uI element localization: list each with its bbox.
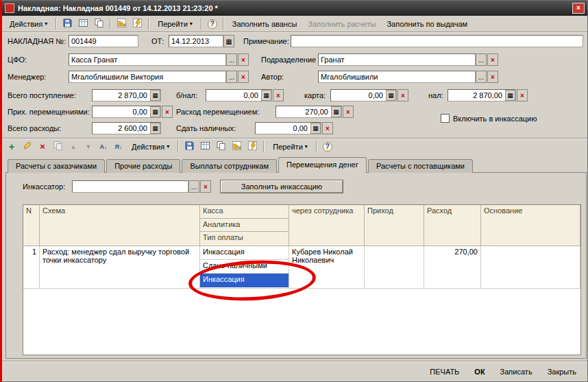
calculator-icon[interactable]: ▦ bbox=[150, 90, 160, 101]
table-actions-menu-button[interactable]: Действия ▾ bbox=[127, 140, 174, 154]
toolbar-separator bbox=[223, 18, 224, 29]
cfo-clear-icon[interactable]: × bbox=[238, 53, 249, 66]
incoming-transfers-clear-icon[interactable]: × bbox=[162, 106, 173, 118]
chevron-down-icon: ▾ bbox=[305, 144, 308, 150]
fill-settlements-button: Заполнить расчеты bbox=[303, 17, 380, 31]
delete-row-button[interactable]: × bbox=[36, 140, 49, 154]
table-grid-button[interactable] bbox=[198, 140, 212, 154]
cell-income[interactable] bbox=[365, 246, 424, 289]
table-go-menu-button[interactable]: Перейти ▾ bbox=[268, 140, 313, 154]
table-help-button[interactable]: ? bbox=[321, 140, 334, 154]
cell-expense[interactable]: 270,00 bbox=[424, 246, 481, 289]
calendar-icon[interactable]: ▦ bbox=[223, 35, 234, 47]
outgoing-transfer-clear-icon[interactable]: × bbox=[343, 106, 354, 118]
cashless-clear-icon[interactable]: × bbox=[273, 89, 284, 102]
go-menu-button[interactable]: Перейти ▾ bbox=[153, 17, 197, 31]
calculator-icon[interactable]: ▦ bbox=[386, 90, 396, 101]
add-row-button[interactable]: + bbox=[5, 140, 19, 154]
cell-pay-type-selected[interactable]: Инкассация bbox=[200, 274, 289, 287]
card-clear-icon[interactable]: × bbox=[397, 89, 408, 102]
close-icon[interactable]: × bbox=[572, 3, 585, 14]
close-document-button[interactable]: Закрыть bbox=[548, 368, 576, 376]
card-label: карта: bbox=[304, 91, 326, 99]
calculator-icon[interactable]: ▦ bbox=[331, 106, 341, 117]
cfo-select-button[interactable]: ... bbox=[226, 53, 237, 66]
sort-desc-button[interactable]: Я↓ bbox=[112, 140, 125, 154]
tab-settlements-customers[interactable]: Расчеты с заказчиками bbox=[8, 159, 105, 173]
total-expenses-field-wrap: ▦ bbox=[92, 122, 161, 134]
cell-analytics[interactable]: Сдано наличными bbox=[200, 260, 289, 274]
manager-input[interactable] bbox=[69, 71, 226, 83]
cash-clear-icon[interactable]: × bbox=[517, 89, 528, 102]
collector-select-button[interactable]: ... bbox=[188, 180, 199, 193]
manager-select-button[interactable]: ... bbox=[226, 71, 237, 83]
print-button[interactable]: ПЕЧАТЬ bbox=[430, 368, 459, 376]
actions-menu-button[interactable]: Действия ▾ bbox=[5, 17, 52, 31]
author-clear-icon[interactable]: × bbox=[487, 71, 498, 83]
help-button[interactable]: ? bbox=[206, 17, 219, 31]
calculator-icon[interactable]: ▦ bbox=[505, 90, 515, 101]
calculator-icon[interactable]: ▦ bbox=[310, 123, 321, 134]
copy-row-button bbox=[51, 140, 65, 154]
manager-clear-icon[interactable]: × bbox=[238, 71, 249, 83]
collector-field-wrap bbox=[72, 180, 188, 193]
fill-button-1[interactable] bbox=[114, 17, 129, 31]
date-input[interactable] bbox=[169, 35, 223, 47]
move-down-button: ▼ bbox=[82, 140, 95, 154]
note-input[interactable] bbox=[291, 35, 583, 47]
cash-field-wrap: ▦ bbox=[448, 89, 516, 102]
toolbar-separator bbox=[56, 18, 57, 29]
table-save-button[interactable] bbox=[182, 140, 197, 154]
invoice-window: Накладная: Накладная 001449 от 14.12.201… bbox=[0, 0, 588, 382]
save-document-button[interactable]: Записать bbox=[500, 368, 532, 376]
sort-desc-icon: Я↓ bbox=[115, 143, 123, 150]
calculator-icon[interactable]: ▦ bbox=[261, 90, 271, 101]
fill-advances-button[interactable]: Заполнить авансы bbox=[228, 17, 302, 31]
cell-schema[interactable]: Расход: менеджер сдал выручку торговой т… bbox=[40, 246, 200, 289]
cash-label: нал: bbox=[428, 91, 443, 99]
division-select-button[interactable]: ... bbox=[476, 53, 487, 66]
author-select-button[interactable]: ... bbox=[476, 71, 487, 83]
manager-field-wrap bbox=[69, 71, 226, 83]
table-go-label: Перейти bbox=[273, 143, 303, 151]
cash-to-handover-clear-icon[interactable]: × bbox=[322, 122, 333, 134]
tab-other-expenses[interactable]: Прочие расходы bbox=[106, 159, 180, 173]
calculator-icon[interactable]: ▦ bbox=[150, 106, 160, 117]
collector-input[interactable] bbox=[72, 180, 188, 193]
sort-asc-button[interactable]: А↓ bbox=[97, 140, 110, 154]
tab-settlements-suppliers[interactable]: Расчеты с поставщиками bbox=[368, 159, 473, 173]
add-icon: + bbox=[9, 141, 14, 152]
author-input[interactable] bbox=[318, 71, 476, 83]
invoice-number-input[interactable] bbox=[69, 35, 138, 47]
cell-n[interactable]: 1 bbox=[23, 246, 40, 289]
incoming-transfers-field-wrap: ▦ bbox=[92, 106, 161, 118]
date-label: ОТ: bbox=[151, 37, 164, 45]
cfo-input[interactable] bbox=[69, 53, 226, 66]
division-clear-icon[interactable]: × bbox=[487, 53, 498, 66]
fill-button-2[interactable] bbox=[130, 17, 145, 31]
ok-button[interactable]: ОК bbox=[474, 368, 485, 376]
chevron-down-icon: ▾ bbox=[190, 21, 193, 27]
table-fill-button-1[interactable] bbox=[230, 140, 244, 154]
tab-employee-payouts[interactable]: Выплаты сотрудникам bbox=[182, 159, 277, 173]
app-icon bbox=[5, 3, 14, 13]
calculator-icon[interactable]: ▦ bbox=[150, 123, 160, 134]
division-input[interactable] bbox=[318, 53, 476, 66]
include-in-collection-checkbox[interactable] bbox=[441, 114, 450, 123]
fill-by-payouts-button[interactable]: Заполнить по выдачам bbox=[382, 17, 472, 31]
col-header-basis: Основание bbox=[481, 205, 580, 246]
statusbar: ПЕЧАТЬ ОК Записать Закрыть bbox=[2, 361, 587, 381]
edit-row-button[interactable] bbox=[20, 140, 34, 154]
cell-via-employee[interactable]: Кубарев Николай Николаевич bbox=[289, 246, 365, 289]
cell-kassa[interactable]: Инкассация bbox=[200, 246, 289, 260]
fill-icon bbox=[232, 141, 242, 152]
tab-money-movements[interactable]: Перемещения денег bbox=[278, 157, 367, 173]
table-copy-button[interactable] bbox=[214, 140, 228, 154]
fill-collection-button[interactable]: Заполнить инкассацию bbox=[220, 180, 343, 193]
copy-button[interactable] bbox=[92, 17, 106, 31]
cell-basis[interactable] bbox=[481, 246, 580, 289]
save-button[interactable] bbox=[60, 17, 75, 31]
reread-button[interactable] bbox=[76, 17, 90, 31]
collector-clear-icon[interactable]: × bbox=[200, 180, 211, 193]
table-fill-button-2[interactable] bbox=[245, 140, 260, 154]
